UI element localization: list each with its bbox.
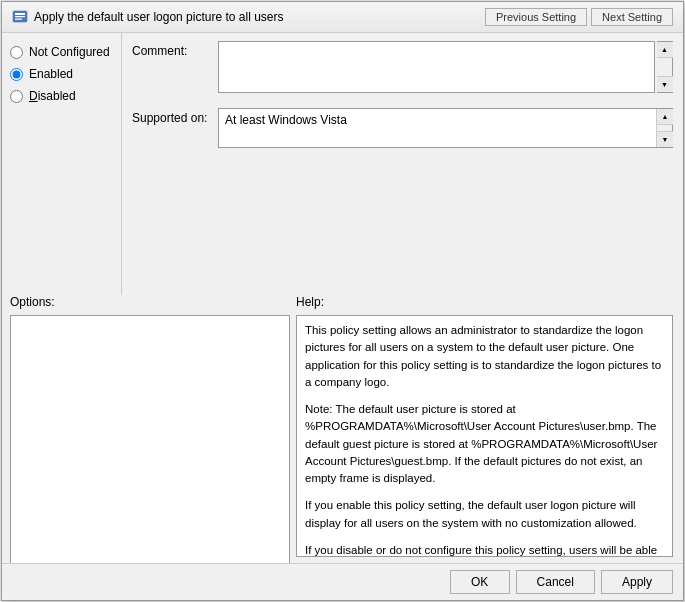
cancel-button[interactable]: Cancel xyxy=(516,570,595,594)
help-p1: This policy setting allows an administra… xyxy=(305,322,664,391)
not-configured-option[interactable]: Not Configured xyxy=(10,43,113,61)
svg-rect-1 xyxy=(15,13,25,15)
supported-scrollbar: ▲ ▼ xyxy=(656,109,672,147)
ok-button[interactable]: OK xyxy=(450,570,510,594)
supported-scroll-down[interactable]: ▼ xyxy=(657,131,673,147)
comment-section: Comment: ▲ ▼ xyxy=(132,41,673,96)
dialog-title: Apply the default user logon picture to … xyxy=(34,10,479,24)
footer: OK Cancel Apply xyxy=(2,563,683,600)
nav-buttons: Previous Setting Next Setting xyxy=(485,8,673,26)
supported-label: Supported on: xyxy=(132,108,212,125)
comment-field-container: ▲ ▼ xyxy=(218,41,673,96)
prev-setting-button[interactable]: Previous Setting xyxy=(485,8,587,26)
help-panel: Help: This policy setting allows an admi… xyxy=(296,295,673,557)
radio-panel: Not Configured Enabled Disabled xyxy=(2,33,122,295)
supported-scroll-up[interactable]: ▲ xyxy=(657,109,673,125)
svg-rect-3 xyxy=(15,19,22,20)
disabled-label: Disabled xyxy=(29,89,76,103)
comment-label: Comment: xyxy=(132,41,212,58)
help-title: Help: xyxy=(296,295,673,311)
supported-section: Supported on: At least Windows Vista ▲ ▼ xyxy=(132,108,673,148)
comment-textarea[interactable] xyxy=(218,41,655,93)
scroll-down-arrow[interactable]: ▼ xyxy=(657,76,673,92)
supported-field-container: At least Windows Vista ▲ ▼ xyxy=(218,108,673,148)
dialog: Apply the default user logon picture to … xyxy=(1,1,684,601)
next-setting-button[interactable]: Next Setting xyxy=(591,8,673,26)
supported-value: At least Windows Vista xyxy=(219,109,656,131)
not-configured-label: Not Configured xyxy=(29,45,110,59)
title-icon xyxy=(12,9,28,25)
help-p4: If you disable or do not configure this … xyxy=(305,542,664,557)
comment-scrollbar: ▲ ▼ xyxy=(657,41,673,93)
enabled-radio[interactable] xyxy=(10,68,23,81)
disabled-option[interactable]: Disabled xyxy=(10,87,113,105)
scroll-up-arrow[interactable]: ▲ xyxy=(657,42,673,58)
title-bar: Apply the default user logon picture to … xyxy=(2,2,683,33)
options-title: Options: xyxy=(10,295,290,311)
help-p3: If you enable this policy setting, the d… xyxy=(305,497,664,532)
svg-rect-2 xyxy=(15,16,25,17)
help-box: This policy setting allows an administra… xyxy=(296,315,673,557)
main-content: Not Configured Enabled Disabled Comment:… xyxy=(2,33,683,295)
help-p2: Note: The default user picture is stored… xyxy=(305,401,664,487)
enabled-option[interactable]: Enabled xyxy=(10,65,113,83)
options-box xyxy=(10,315,290,563)
enabled-label: Enabled xyxy=(29,67,73,81)
right-panel: Comment: ▲ ▼ Supported on: At least Wind… xyxy=(122,33,683,295)
bottom-panels: Options: Help: This policy setting allow… xyxy=(2,295,683,563)
disabled-radio[interactable] xyxy=(10,90,23,103)
not-configured-radio[interactable] xyxy=(10,46,23,59)
apply-button[interactable]: Apply xyxy=(601,570,673,594)
options-panel: Options: xyxy=(10,295,290,557)
